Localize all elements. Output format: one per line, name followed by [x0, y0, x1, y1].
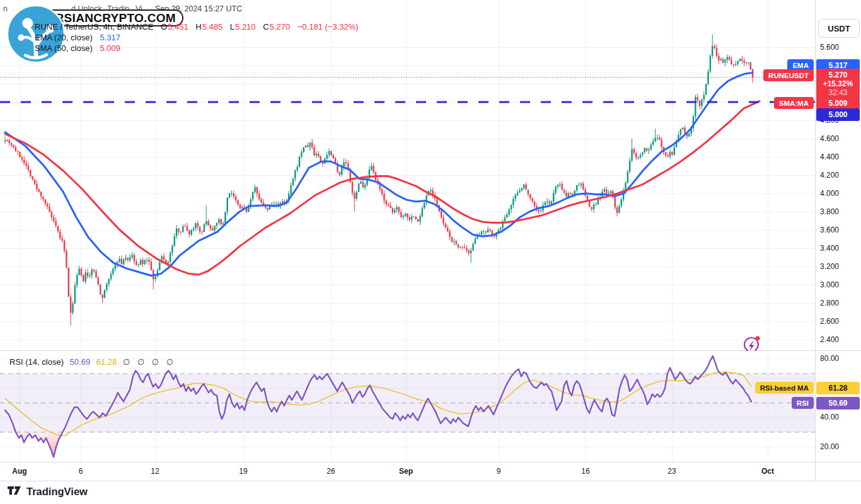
rsi-axis-value: 50.69: [816, 397, 860, 410]
price-tick-label: 2.800: [820, 299, 839, 307]
bar-countdown: 32:43: [828, 88, 847, 97]
symbol-tag-badge: RUNEUSDT: [763, 69, 814, 81]
axis-separator: [815, 0, 816, 481]
ohlc-high-key: H: [195, 22, 201, 32]
time-tick-label: Oct: [749, 467, 787, 476]
time-tick-label: 12: [136, 467, 174, 476]
last-price: 5.270: [828, 71, 847, 79]
rsi-tick-label: 40.00: [820, 413, 839, 421]
tradingview-logo[interactable]: TradingView: [8, 485, 88, 498]
tradingview-brand-text: TradingView: [26, 486, 88, 498]
ohlc-close-key: C: [263, 22, 269, 32]
price-tick-label: 2.600: [820, 317, 839, 326]
ema-value: 5.317: [100, 33, 120, 42]
price-tick-label: 3.400: [820, 244, 839, 253]
price-tick-label: 3.600: [820, 226, 839, 234]
tradingview-chart-page: { "header": { "fragment_left": "n", "fra…: [0, 0, 861, 504]
sma-legend-row[interactable]: SMA (50, close) 5.009: [35, 43, 359, 54]
rsi-tick-label: 80.00: [820, 354, 839, 363]
ema-legend-row[interactable]: EMA (20, close) 5.317: [35, 32, 359, 43]
price-tick-label: 3.000: [820, 280, 839, 289]
rsi-value: 50.69: [70, 357, 91, 367]
price-tick-label: 2.400: [820, 335, 839, 344]
ohlc-open-key: O: [161, 22, 167, 32]
boost-button[interactable]: [742, 335, 761, 353]
time-tick-label: 19: [224, 467, 262, 476]
time-tick-label: 9: [480, 467, 517, 476]
chart-bottom-border: [0, 481, 861, 481]
tradingview-mark-icon: [8, 485, 23, 498]
time-tick-label: 23: [653, 467, 691, 476]
rsi-hidden-params: ∅ ∅ ∅ ∅: [123, 357, 176, 367]
rsi-label: RSI (14, close): [9, 357, 64, 367]
time-axis-border: [0, 462, 861, 462]
ohlc-open-value: 5.451: [168, 22, 188, 32]
ohlc-low-key: L: [230, 22, 234, 32]
price-tick-label: 4.600: [820, 134, 839, 143]
rsi-tag-badge: RSI: [792, 397, 814, 409]
chart-legend: RUNE / TetherUS, 4h, BINANCE O5.451 H5.4…: [35, 21, 359, 54]
time-tick-label: 16: [567, 467, 604, 476]
last-change-pct: +15.32%: [823, 79, 853, 88]
price-tick-label: 4.200: [820, 171, 839, 180]
sma-label: SMA (50, close): [35, 43, 93, 53]
bar-change: −0.181 (−3.32%): [298, 22, 359, 32]
pane-separator[interactable]: [0, 350, 861, 351]
symbol-title[interactable]: RUNE / TetherUS, 4h, BINANCE: [35, 22, 153, 32]
time-tick-label: Sep: [387, 467, 425, 476]
rsi-tick-label: 20.00: [820, 442, 839, 451]
time-axis[interactable]: Aug6121926Sep91623Oct: [0, 462, 815, 481]
chart-canvas[interactable]: [0, 0, 861, 504]
symbol-title-row[interactable]: RUNE / TetherUS, 4h, BINANCE O5.451 H5.4…: [35, 21, 359, 32]
notification-dot-icon: [755, 336, 760, 340]
time-tick-label: Aug: [1, 467, 38, 476]
rsi-ma-axis-value: 61.28: [816, 382, 860, 394]
sma-tag-badge: SMA:MA: [774, 97, 814, 109]
price-tick-label: 5.600: [820, 43, 839, 52]
time-tick-label: 26: [312, 467, 350, 476]
hline-axis-value: 5.000: [816, 108, 860, 121]
price-tick-label: 3.200: [820, 262, 839, 271]
ohlc-low-value: 5.210: [235, 22, 256, 32]
sma-axis-value: 5.009: [816, 97, 860, 110]
last-price-axis-badge: 5.270 +15.32% 32:43: [816, 69, 860, 99]
price-tick-label: 4.400: [820, 152, 839, 161]
rsi-ma-value: 61.28: [96, 357, 117, 367]
ohlc-close-value: 5.270: [270, 22, 291, 32]
ema-label: EMA (20, close): [35, 33, 93, 42]
rsi-legend-row[interactable]: RSI (14, close) 50.69 61.28 ∅ ∅ ∅ ∅: [9, 357, 180, 367]
price-tick-label: 3.800: [820, 207, 839, 216]
rsi-ma-tag-badge: RSI-based MA: [755, 382, 814, 394]
time-tick-label: 6: [62, 467, 100, 476]
currency-toggle-button[interactable]: USDT: [818, 19, 860, 38]
price-tick-label: 4.000: [820, 189, 839, 198]
currency-label: USDT: [828, 24, 850, 33]
ohlc-high-value: 5.485: [202, 22, 223, 32]
sma-value: 5.009: [100, 43, 120, 53]
